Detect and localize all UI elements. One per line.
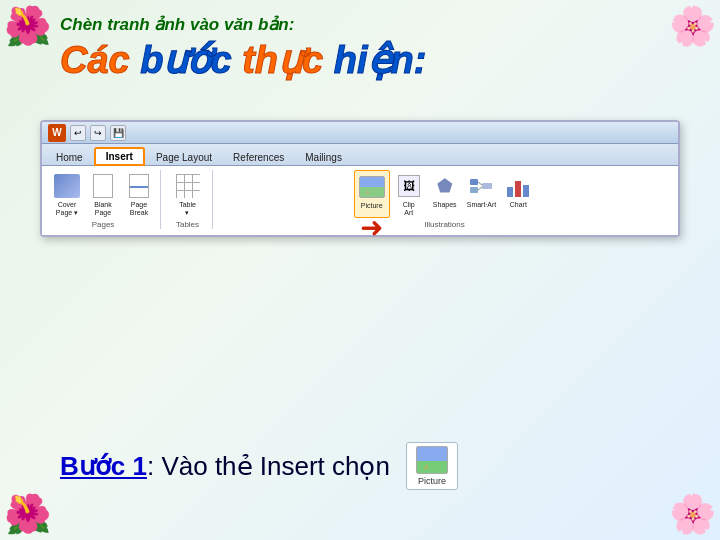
chart-shape [505,175,531,197]
illustrations-group-label: Illustrations [424,220,464,229]
corner-decoration-tl: 🌺 [4,4,51,48]
title-area: Chèn tranh ảnh vào văn bản: Các bước thự… [60,14,660,89]
smartart-icon [468,172,496,200]
cover-page-label: CoverPage ▾ [56,201,78,216]
corner-decoration-br: 🌸 [669,492,716,536]
svg-line-3 [478,187,482,190]
table-button[interactable]: Table▾ [171,170,205,218]
pages-group-label: Pages [92,220,115,229]
svg-rect-0 [470,179,478,185]
redo-button[interactable]: ↪ [90,125,106,141]
tab-references[interactable]: References [223,150,294,165]
chart-bar-1 [507,187,513,197]
step-number: Bước 1 [60,451,147,481]
tab-home[interactable]: Home [46,150,93,165]
cover-page-shape [54,174,80,198]
page-break-shape [129,174,149,198]
page-break-label: PageBreak [130,201,148,216]
chart-button[interactable]: Chart [501,170,535,218]
slide-title: Chèn tranh ảnh vào văn bản: [60,14,660,35]
shapes-label: Shapes [433,201,457,209]
picture-badge: Picture [406,442,458,490]
picture-badge-icon [416,446,448,474]
shapes-shape: ⬟ [432,175,458,197]
chart-bar-2 [515,181,521,197]
red-arrow: ➜ [360,217,383,239]
shapes-button[interactable]: ⬟ Shapes [428,170,462,218]
ribbon-content: CoverPage ▾ BlankPage PageBreak [42,166,678,235]
smartart-label: Smart·Art [467,201,497,209]
clip-art-button[interactable]: 🖼 ClipArt [392,170,426,218]
step-text: Bước 1: Vào thẻ Insert chọn [60,451,390,482]
step-description: Vào thẻ Insert chọn [161,451,390,481]
illustrations-buttons: Picture ➜ 🖼 ClipArt ⬟ Shap [354,170,536,218]
cover-page-button[interactable]: CoverPage ▾ [50,170,84,218]
table-icon [174,172,202,200]
step-separator: : [147,451,154,481]
picture-icon [358,173,386,201]
tabs-bar: Home Insert Page Layout References Maili… [42,144,678,166]
ribbon-group-pages: CoverPage ▾ BlankPage PageBreak [46,170,161,229]
corner-decoration-bl: 🌺 [4,492,51,536]
svg-line-2 [478,182,482,185]
chart-bar-3 [523,185,529,197]
save-button[interactable]: 💾 [110,125,126,141]
blank-page-button[interactable]: BlankPage [86,170,120,218]
picture-label: Picture [361,202,383,210]
clip-art-shape: 🖼 [398,175,420,197]
chart-label: Chart [510,201,527,209]
table-shape [176,174,200,198]
page-break-button[interactable]: PageBreak [122,170,156,218]
tab-mailings[interactable]: Mailings [295,150,352,165]
ribbon-group-illustrations: Picture ➜ 🖼 ClipArt ⬟ Shap [215,170,674,229]
svg-rect-4 [482,183,492,189]
tables-group-label: Tables [176,220,199,229]
blank-page-shape [93,174,113,198]
pages-buttons: CoverPage ▾ BlankPage PageBreak [50,170,156,218]
word-logo: W [48,124,66,142]
clip-art-icon: 🖼 [395,172,423,200]
tables-buttons: Table▾ [171,170,205,218]
tab-page-layout[interactable]: Page Layout [146,150,222,165]
heading-cac: Các [60,39,140,81]
word-ribbon: W ↩ ↪ 💾 Home Insert Page Layout Referenc… [40,120,680,237]
ribbon-groups: CoverPage ▾ BlankPage PageBreak [46,170,674,229]
steps-heading: Các bước thực hiện: [60,41,660,79]
smartart-shape [469,175,495,197]
heading-hien: hiện: [334,39,427,81]
picture-badge-label: Picture [418,476,446,486]
cover-page-icon [53,172,81,200]
word-titlebar: W ↩ ↪ 💾 [42,122,678,144]
table-label: Table▾ [179,201,196,216]
shapes-icon: ⬟ [431,172,459,200]
picture-button[interactable]: Picture ➜ [354,170,390,218]
blank-page-icon [89,172,117,200]
blank-page-label: BlankPage [94,201,112,216]
smartart-button[interactable]: Smart·Art [464,170,500,218]
tab-insert[interactable]: Insert [94,147,145,166]
clip-art-label: ClipArt [403,201,415,216]
heading-buoc: bước [140,39,242,81]
corner-decoration-tr: 🌸 [669,4,716,48]
chart-icon [504,172,532,200]
picture-shape [359,176,385,198]
svg-rect-1 [470,187,478,193]
heading-thuc: thực [242,39,334,81]
undo-button[interactable]: ↩ [70,125,86,141]
ribbon-group-tables: Table▾ Tables [163,170,213,229]
bottom-section: Bước 1: Vào thẻ Insert chọn Picture [60,442,660,490]
page-break-icon [125,172,153,200]
